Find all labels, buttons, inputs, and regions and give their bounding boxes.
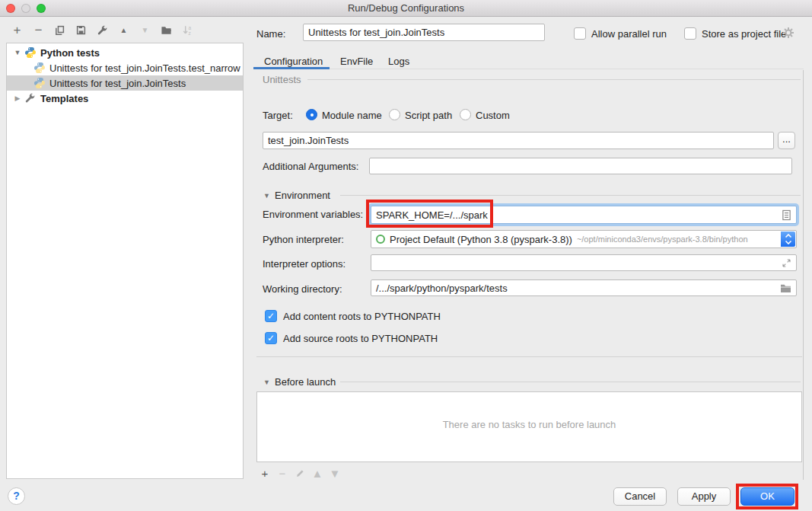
templates-wrench-icon [24,92,37,104]
expander-open-icon[interactable]: ▼ [13,49,22,56]
tab-envfile[interactable]: EnvFile [340,56,373,67]
target-script-path-radio[interactable] [389,109,400,120]
allow-parallel-run-checkbox[interactable] [574,27,586,40]
before-launch-expander-icon[interactable]: ▼ [263,378,270,386]
save-configuration-button[interactable] [75,24,88,37]
browse-env-vars-icon[interactable] [782,209,791,221]
tree-item-python-tests[interactable]: ▼ Python tests [7,45,243,60]
browse-folder-icon[interactable] [780,283,791,293]
chevron-up-icon [785,234,792,238]
python-interpreter-path: ~/opt/miniconda3/envs/pyspark-3.8/bin/py… [577,235,748,244]
add-source-roots-label: Add source roots to PYTHONPATH [283,333,438,344]
python-test-icon [33,77,46,89]
remove-task-button: − [277,467,288,479]
tree-item-label: Python tests [40,47,100,59]
working-directory-field[interactable] [371,279,797,296]
store-as-project-file-checkbox[interactable] [684,27,696,40]
additional-arguments-input[interactable] [374,161,787,172]
svg-text:z: z [188,30,190,36]
python-interpreter-label: Python interpreter: [263,234,344,245]
copy-configuration-button[interactable] [53,24,66,37]
tree-item-unittest-narrow[interactable]: Unittests for test_join.JoinTests.test_n… [7,60,243,75]
remove-configuration-button[interactable]: − [32,24,45,37]
tab-logs[interactable]: Logs [388,56,409,67]
expand-field-icon[interactable] [782,258,791,268]
sort-az-icon: az [182,24,193,36]
unittests-group-rule [307,79,801,80]
edit-task-button [295,467,305,479]
python-test-icon [33,62,46,74]
name-input[interactable] [308,27,540,38]
add-source-roots-checkbox[interactable]: ✓ [265,332,277,344]
copy-icon [54,24,65,36]
environment-section-title: Environment [275,190,330,201]
save-icon [75,24,87,36]
content-right-border [803,70,804,480]
add-configuration-button[interactable]: + [11,24,24,37]
cancel-button[interactable]: Cancel [613,487,667,506]
environment-variables-input[interactable] [376,209,782,221]
environment-variables-label: Environment variables: [263,209,363,220]
interpreter-options-field[interactable] [371,254,797,271]
before-launch-section-title: Before launch [275,376,336,388]
new-folder-icon [161,24,173,36]
configurations-toolbar: + − ▲ ▼ az [11,24,194,37]
browse-module-button[interactable]: ... [778,132,795,149]
before-launch-section-rule [340,382,801,382]
store-project-gear-icon[interactable] [782,27,794,39]
additional-arguments-label: Additional Arguments: [263,161,358,172]
add-task-button[interactable]: + [260,467,270,479]
combobox-stepper[interactable] [781,232,795,247]
environment-expander-icon[interactable]: ▼ [263,192,270,200]
name-label: Name: [256,28,285,40]
target-script-path-label: Script path [405,110,452,121]
sort-configurations-button: az [181,24,194,37]
interpreter-options-label: Interpreter options: [263,258,345,270]
run-debug-configurations-dialog: Run/Debug Configurations + − ▲ ▼ az [0,0,812,511]
chevron-down-icon [785,240,792,244]
python-interpreter-combobox[interactable]: Project Default (Python 3.8 (pyspark-3.8… [371,230,797,248]
tree-item-label: Unittests for test_join.JoinTests [49,78,186,89]
name-field[interactable] [303,24,545,41]
target-custom-label: Custom [476,110,510,121]
configurations-tree: ▼ Python tests Unittests for test_join.J… [6,43,244,479]
conda-env-icon [376,235,385,244]
edit-templates-button[interactable] [96,24,109,37]
tab-divider [255,69,804,69]
interpreter-options-input[interactable] [376,257,782,269]
target-custom-radio[interactable] [460,109,471,120]
environment-variables-field[interactable] [371,206,797,224]
python-icon [24,46,37,59]
move-task-down-button: ▼ [330,467,340,479]
move-up-button[interactable]: ▲ [117,24,130,37]
unittests-group-title: Unittests [263,74,301,85]
environment-section-rule [340,195,801,196]
additional-arguments-field[interactable] [369,158,792,174]
module-name-field[interactable] [263,132,774,149]
allow-parallel-run-label: Allow parallel run [591,28,667,40]
tab-configuration[interactable]: Configuration [264,56,323,67]
window-title: Run/Debug Configurations [0,0,812,16]
move-down-button: ▼ [139,24,151,37]
store-as-project-file-label: Store as project file [702,28,786,40]
titlebar: Run/Debug Configurations [0,0,812,17]
add-content-roots-checkbox[interactable]: ✓ [265,310,277,322]
move-task-up-button: ▲ [312,467,323,479]
tree-item-templates[interactable]: ▶ Templates [7,91,243,106]
module-name-input[interactable] [268,135,769,146]
tree-item-unittest-jointests-selected[interactable]: Unittests for test_join.JoinTests [7,75,243,91]
target-module-name-radio[interactable] [306,109,317,120]
help-button[interactable]: ? [8,487,25,505]
wrench-icon [97,24,108,36]
ok-button[interactable]: OK [740,487,794,506]
target-label: Target: [263,110,293,121]
target-module-name-label: Module name [322,110,382,121]
apply-button[interactable]: Apply [677,487,731,506]
working-directory-input[interactable] [376,283,780,294]
expander-closed-icon[interactable]: ▶ [13,94,22,102]
pencil-icon [295,468,305,478]
before-launch-empty-text: There are no tasks to run before launch [256,419,802,430]
svg-text:a: a [188,25,191,30]
new-folder-button[interactable] [160,24,173,37]
tree-item-label: Unittests for test_join.JoinTests.test_n… [49,62,240,74]
